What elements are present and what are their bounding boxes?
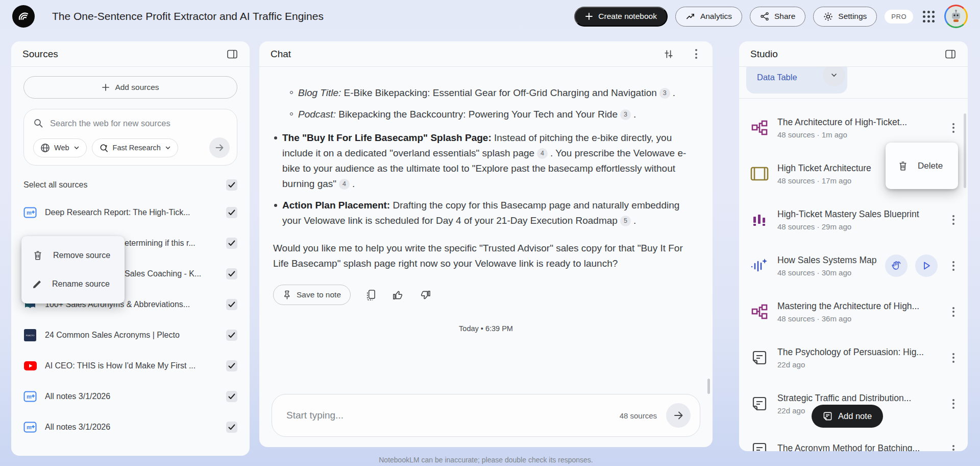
item-more-menu-icon[interactable]	[948, 257, 959, 275]
closing-question: Would you like me to help you write the …	[273, 241, 690, 271]
collapse-sources-panel-icon[interactable]	[226, 49, 238, 60]
remove-source-menu-item[interactable]: Remove source	[21, 241, 125, 270]
web-filter-chip[interactable]: Web	[33, 138, 87, 157]
fast-research-icon	[99, 143, 109, 153]
note-source-icon: m	[23, 390, 37, 403]
item-more-menu-icon[interactable]	[948, 441, 959, 452]
research-mode-chip[interactable]: Fast Research	[92, 138, 178, 157]
google-apps-icon[interactable]	[921, 9, 937, 25]
item-more-menu-icon[interactable]	[948, 211, 959, 229]
source-row[interactable]: m All notes 3/1/2026	[11, 381, 250, 412]
chat-header: Chat	[259, 41, 713, 67]
youtube-source-icon	[23, 359, 37, 372]
sources-panel: Sources Add sources Web	[11, 41, 250, 456]
source-checkbox[interactable]	[226, 422, 237, 433]
citation-chip[interactable]: 4	[339, 179, 350, 190]
studio-item[interactable]: The Psychology of Persuasion: Hig...22d …	[739, 335, 968, 381]
bullet-action-plan: Action Plan Placement: Drafting the copy…	[273, 198, 690, 228]
note-icon	[749, 439, 770, 451]
save-to-note-button[interactable]: Save to note	[273, 285, 351, 305]
expand-studio-panel-icon[interactable]	[944, 49, 957, 60]
citation-chip[interactable]: 3	[620, 109, 631, 120]
flowchart-icon	[749, 118, 770, 138]
search-icon	[33, 118, 43, 128]
add-sources-button[interactable]: Add sources	[23, 76, 237, 99]
settings-button[interactable]: Settings	[813, 7, 877, 27]
citation-chip[interactable]: 5	[620, 216, 631, 226]
source-checkbox[interactable]	[226, 238, 237, 249]
note-source-icon: m	[23, 206, 37, 219]
sub-bullet-podcast: Podcast: Bikepacking the Backcountry: Po…	[289, 107, 690, 122]
select-all-checkbox[interactable]	[226, 179, 237, 191]
source-checkbox[interactable]	[226, 391, 237, 402]
item-more-menu-icon[interactable]	[948, 349, 959, 367]
studio-header: Studio	[739, 41, 968, 67]
interactive-mode-icon[interactable]	[885, 254, 908, 277]
chevron-down-icon	[74, 145, 80, 151]
studio-item[interactable]: High-Ticket Mastery Sales Blueprint48 so…	[739, 197, 968, 243]
analytics-button[interactable]: Analytics	[675, 7, 742, 27]
search-input[interactable]	[50, 119, 230, 128]
thumbs-up-icon[interactable]	[391, 288, 405, 302]
source-checkbox[interactable]	[226, 330, 237, 341]
svg-text:PLECTO: PLECTO	[26, 334, 35, 337]
rename-source-menu-item[interactable]: Rename source	[21, 270, 125, 298]
chat-more-menu-icon[interactable]	[691, 45, 701, 63]
source-row[interactable]: m All notes 3/1/2026	[11, 412, 250, 442]
thumbs-down-icon[interactable]	[419, 288, 432, 302]
gear-icon	[823, 12, 833, 21]
bullet-marker	[274, 204, 277, 207]
source-checkbox[interactable]	[226, 207, 237, 218]
studio-panel-title: Studio	[750, 49, 778, 60]
trash-icon	[897, 160, 909, 172]
note-icon	[749, 393, 770, 414]
globe-icon	[40, 143, 50, 153]
add-note-button[interactable]: Add note	[812, 405, 883, 428]
chat-scrollbar[interactable]	[707, 379, 710, 394]
studio-item[interactable]: How Sales Systems Map...48 sources · 30m…	[739, 243, 968, 289]
analytics-icon	[685, 12, 695, 21]
source-row[interactable]: m Deep Research Report: The High-Tick...	[11, 197, 250, 228]
select-all-row: Select all sources	[23, 178, 237, 192]
sources-panel-title: Sources	[22, 49, 58, 60]
source-checkbox[interactable]	[226, 268, 237, 279]
source-checkbox[interactable]	[226, 360, 237, 371]
play-icon[interactable]	[915, 254, 938, 277]
svg-text:m: m	[27, 209, 32, 216]
item-more-menu-icon[interactable]	[948, 395, 959, 413]
source-row[interactable]: AI CEO: THIS is How I'd Make My First ..…	[11, 351, 250, 381]
pin-icon	[283, 290, 291, 300]
chat-settings-icon[interactable]	[663, 48, 675, 60]
notebook-title[interactable]: The One-Sentence Profit Extractor and AI…	[52, 10, 324, 22]
select-all-label: Select all sources	[23, 180, 87, 190]
item-more-menu-icon[interactable]	[948, 303, 959, 321]
notebooklm-logo-icon[interactable]	[12, 5, 35, 28]
item-more-menu-icon[interactable]	[948, 119, 959, 137]
search-submit-button[interactable]	[209, 137, 230, 158]
share-button[interactable]: Share	[750, 7, 805, 27]
sources-list: m Deep Research Report: The High-Tick...…	[11, 197, 250, 442]
send-button[interactable]	[666, 403, 691, 428]
source-row[interactable]: PLECTO 24 Common Sales Acronyms | Plecto	[11, 320, 250, 351]
assistant-message: Blog Title: E-Bike Bikepacking: Essentia…	[259, 67, 713, 271]
avatar[interactable]	[944, 5, 968, 28]
create-notebook-button[interactable]: Create notebook	[574, 7, 668, 27]
copy-icon[interactable]	[364, 288, 377, 302]
delete-menu-item[interactable]: Delete	[886, 143, 958, 189]
plus-icon	[585, 12, 593, 20]
chat-text-input[interactable]	[286, 410, 620, 421]
source-context-menu: Remove source Rename source	[21, 236, 125, 304]
studio-item[interactable]: The Acronym Method for Batching...	[739, 427, 968, 451]
studio-item[interactable]: Mastering the Architecture of High...48 …	[739, 289, 968, 335]
share-icon	[760, 12, 769, 21]
chevron-down-icon	[165, 145, 171, 151]
chat-timestamp: Today • 6:39 PM	[259, 324, 713, 333]
chat-panel: Chat Blog Title: E-Bike Bikepacking: Ess…	[259, 41, 713, 447]
note-source-icon: m	[23, 421, 37, 434]
citation-chip[interactable]: 4	[537, 148, 548, 159]
source-checkbox[interactable]	[226, 299, 237, 310]
citation-chip[interactable]: 3	[659, 88, 670, 99]
chevron-down-icon	[830, 72, 838, 79]
studio-scrollbar[interactable]	[964, 113, 966, 188]
top-bar-actions: Create notebook Analytics Share Settings…	[574, 5, 968, 28]
